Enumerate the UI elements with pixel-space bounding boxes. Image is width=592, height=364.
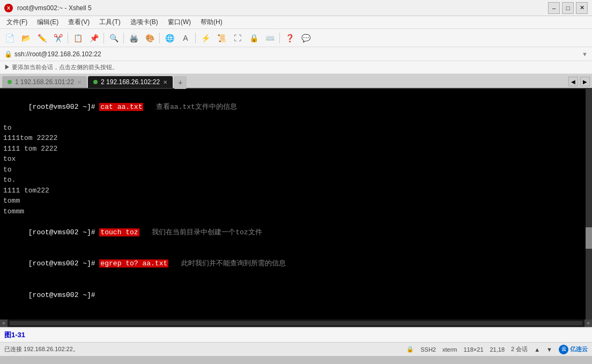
tb-new[interactable]: 📄	[2, 31, 17, 45]
tab-2-dot	[93, 80, 98, 84]
yunlian-text: 亿连云	[570, 345, 588, 353]
sidebar-toggle-right[interactable]: ≡	[584, 320, 592, 327]
terminal-line-12: [root@vms002 ~]# egrep to? aa.txt 此时我们并不…	[3, 248, 583, 280]
tab-prev-button[interactable]: ◀	[568, 77, 578, 86]
figure-bar: 图1-31	[0, 327, 592, 342]
tb-keyboard[interactable]: ⌨️	[262, 31, 277, 45]
terminal-wrapper: [root@vms002 ~]# cat aa.txt 查看aa.txt文件中的…	[0, 89, 592, 320]
yunlian-icon: 云	[559, 345, 568, 354]
tab-next-button[interactable]: ▶	[580, 77, 590, 86]
status-protocol: SSH2	[420, 346, 436, 353]
tab-2-close[interactable]: ✕	[163, 79, 167, 85]
cmd-12: egrep to? aa.txt	[99, 259, 168, 268]
menu-bar: 文件(F) 编辑(E) 查看(V) 工具(T) 选项卡(B) 窗口(W) 帮助(…	[0, 16, 592, 29]
status-size: 118×21	[463, 346, 483, 353]
toolbar: 📄 📂 ✏️ ✂️ 📋 📌 🔍 🖨️ 🎨 🌐 A ⚡ 📜 ⛶ 🔒 ⌨️ ❓ 💬	[0, 29, 592, 47]
prompt-13: [root@vms002 ~]#	[28, 291, 100, 299]
title-text: root@vms002:~ - Xshell 5	[17, 4, 92, 12]
minimize-button[interactable]: –	[548, 2, 560, 14]
tb-sep3	[123, 33, 124, 43]
status-left: 已连接 192.168.26.102:22。	[4, 345, 79, 353]
status-sessions: 2 会话	[511, 345, 528, 353]
prompt-12: [root@vms002 ~]#	[28, 259, 100, 268]
menu-tabs[interactable]: 选项卡(B)	[126, 17, 162, 28]
cmd-11: touch toz	[99, 228, 139, 236]
info-text: ▶ 要添加当前会话，点击左侧的箭头按钮。	[4, 63, 118, 71]
tb-copy[interactable]: 📋	[70, 31, 85, 45]
address-text: ssh://root@192.168.26.102:22	[14, 50, 101, 58]
tab-1[interactable]: 1 192.168.26.101:22 ✕	[2, 76, 87, 88]
terminal-line-5: tox	[3, 154, 583, 165]
tb-color[interactable]: 🎨	[142, 31, 157, 45]
tb-lock[interactable]: 🔒	[246, 31, 261, 45]
comment-11: 我们在当前目录中创建一个toz文件	[144, 228, 262, 236]
status-lock: 🔒	[406, 346, 414, 353]
tb-sep4	[159, 33, 160, 43]
terminal-line-13: [root@vms002 ~]#	[3, 279, 583, 311]
tb-connect[interactable]: ⚡	[198, 31, 213, 45]
figure-label: 图1-31	[4, 330, 25, 340]
menu-file[interactable]: 文件(F)	[2, 17, 32, 28]
tab-2[interactable]: 2 192.168.26.102:22 ✕	[88, 76, 173, 88]
terminal-line-10: tommm	[3, 206, 583, 217]
app-icon: X	[4, 4, 13, 12]
tb-sep2	[103, 33, 104, 43]
close-button[interactable]: ✕	[576, 2, 588, 14]
menu-edit[interactable]: 编辑(E)	[33, 17, 63, 28]
comment-12: 此时我们并不能查询到所需的信息	[173, 259, 286, 268]
terminal[interactable]: [root@vms002 ~]# cat aa.txt 查看aa.txt文件中的…	[0, 89, 592, 320]
tab-bar: 1 192.168.26.101:22 ✕ 2 192.168.26.102:2…	[0, 74, 592, 89]
terminal-line-3: 1111tom 22222	[3, 133, 583, 144]
tb-script[interactable]: 📜	[214, 31, 229, 45]
tb-msg[interactable]: 💬	[298, 31, 313, 45]
comment-1: 查看aa.txt文件中的信息	[147, 103, 236, 111]
tb-paste[interactable]: 📌	[86, 31, 101, 45]
scrollbar-thumb[interactable]	[586, 227, 592, 249]
tab-bar-left: 1 192.168.26.101:22 ✕ 2 192.168.26.102:2…	[2, 76, 187, 88]
address-dropdown[interactable]: ▼	[582, 51, 588, 57]
yunlian-logo: 云 亿连云	[559, 345, 588, 354]
info-bar: ▶ 要添加当前会话，点击左侧的箭头按钮。	[0, 61, 592, 74]
horizontal-scrollbar-area: ≡ ≡	[0, 320, 592, 327]
tb-print[interactable]: 🖨️	[126, 31, 141, 45]
cmd-1: cat aa.txt	[99, 103, 143, 111]
tb-sep5	[195, 33, 196, 43]
tb-edit[interactable]: ✏️	[34, 31, 49, 45]
tb-font[interactable]: A	[178, 31, 193, 45]
tb-help[interactable]: ❓	[282, 31, 297, 45]
menu-view[interactable]: 查看(V)	[64, 17, 94, 28]
status-cursor: 21,18	[490, 346, 505, 353]
menu-tools[interactable]: 工具(T)	[95, 17, 124, 28]
status-up-arrow[interactable]: ▲	[534, 346, 540, 353]
tb-globe[interactable]: 🌐	[162, 31, 177, 45]
tab-add-button[interactable]: +	[174, 76, 187, 89]
vertical-scrollbar[interactable]	[586, 89, 592, 320]
tb-cut[interactable]: ✂️	[50, 31, 65, 45]
terminal-line-4: 1111 tom 2222	[3, 144, 583, 154]
menu-window[interactable]: 窗口(W)	[164, 17, 195, 28]
terminal-line-11: [root@vms002 ~]# touch toz 我们在当前目录中创建一个t…	[3, 217, 583, 248]
horizontal-scrollbar[interactable]	[10, 321, 582, 325]
status-right: 🔒 SSH2 xterm 118×21 21,18 2 会话 ▲ ▼ 云 亿连云	[406, 345, 588, 354]
address-bar: 🔒 ssh://root@192.168.26.102:22 ▼	[0, 47, 592, 61]
status-bar: 已连接 192.168.26.102:22。 🔒 SSH2 xterm 118×…	[0, 342, 592, 356]
tb-open[interactable]: 📂	[18, 31, 33, 45]
terminal-line-2: to	[3, 123, 583, 133]
terminal-line-1: [root@vms002 ~]# cat aa.txt 查看aa.txt文件中的…	[3, 91, 583, 123]
tab-1-dot	[8, 80, 12, 84]
title-bar-left: X root@vms002:~ - Xshell 5	[4, 4, 92, 12]
status-down-arrow[interactable]: ▼	[546, 346, 552, 353]
prompt-11: [root@vms002 ~]#	[28, 228, 100, 236]
tab-2-label: 2 192.168.26.102:22	[101, 78, 160, 86]
terminal-line-9: tomm	[3, 196, 583, 206]
title-bar: X root@vms002:~ - Xshell 5 – □ ✕	[0, 0, 592, 16]
tab-1-close[interactable]: ✕	[77, 79, 82, 85]
tb-find[interactable]: 🔍	[106, 31, 121, 45]
terminal-line-6: to	[3, 165, 583, 175]
sidebar-toggle[interactable]: ≡	[0, 320, 8, 327]
menu-help[interactable]: 帮助(H)	[196, 17, 227, 28]
status-terminal: xterm	[442, 346, 457, 353]
maximize-button[interactable]: □	[562, 2, 574, 14]
tb-fullscreen[interactable]: ⛶	[230, 31, 245, 45]
tb-sep1	[68, 33, 68, 43]
